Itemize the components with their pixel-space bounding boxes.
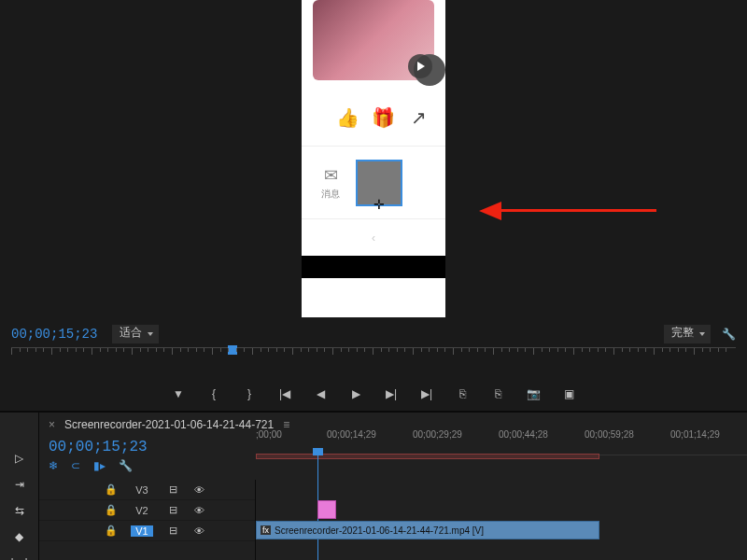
lock-icon[interactable]: 🔒	[105, 525, 118, 537]
preview-back-row: ‹	[302, 218, 445, 256]
timeline-panel: ▷ ⇥ ⇆ ◆ |↔| × Screenrecorder-2021-01-06-…	[0, 413, 747, 560]
mark-out-button[interactable]: }	[241, 385, 258, 402]
eye-icon[interactable]: 👁	[192, 525, 205, 537]
program-zoom-ruler[interactable]	[11, 347, 736, 362]
track-label[interactable]: V2	[131, 505, 153, 516]
gift-icon: 🎁	[371, 105, 395, 130]
program-controls-row: 00;00;15;23 适合 完整 🔧	[0, 323, 747, 345]
step-forward-button[interactable]: ▶|	[383, 385, 400, 402]
sequence-name: Screenrecorder-2021-01-06-14-21-44-721	[64, 418, 274, 431]
razor-tool-icon[interactable]: ◆	[10, 530, 29, 543]
lock-icon[interactable]: 🔒	[105, 483, 118, 496]
chevron-left-icon: ‹	[372, 231, 375, 245]
ruler-tick: ;00;00	[256, 429, 282, 440]
settings-icon[interactable]: 🔧	[722, 328, 736, 341]
toggle-output-icon[interactable]: ⊟	[166, 525, 179, 537]
settings-wrench-icon[interactable]: 🔧	[119, 459, 133, 472]
program-monitor: 👍 🎁 ↗ ✉ 消息 ✛ ‹	[0, 0, 747, 331]
toggle-output-icon[interactable]: ⊟	[166, 504, 179, 516]
lock-icon[interactable]: 🔒	[105, 504, 118, 516]
ruler-tick: 00;00;29;29	[413, 429, 462, 440]
ruler-tick: 00;00;59;28	[585, 429, 634, 440]
transport-controls: ▼ { } |◀ ◀ ▶ ▶| ▶| ⎘ ⎘ 📷 ▣	[0, 381, 747, 407]
clip-mosaic[interactable]	[317, 500, 336, 519]
ruler-tick: 00;01;14;29	[670, 429, 720, 440]
clip-label: Screenrecorder-2021-01-06-14-21-44-721.m…	[275, 525, 484, 536]
goto-in-button[interactable]: |◀	[276, 385, 293, 402]
timeline-clips-area[interactable]: ;00;00 00;00;14;29 00;00;29;29 00;00;44;…	[256, 480, 747, 560]
snap-icon[interactable]: ❄	[49, 459, 58, 472]
preview-icon-row: 👍 🎁 ↗	[302, 90, 445, 146]
eye-icon[interactable]: 👁	[192, 484, 205, 496]
fx-badge: fx	[261, 525, 271, 535]
eye-icon[interactable]: 👁	[192, 505, 205, 516]
track-label[interactable]: V1	[131, 525, 153, 537]
track-label[interactable]: V3	[131, 484, 153, 496]
ruler-tick: 00;00;14;29	[327, 429, 376, 440]
track-v1-header[interactable]: 🔒 V1 ⊟ 👁	[39, 521, 255, 541]
ruler-tick: 00;00;44;28	[499, 429, 548, 440]
share-icon: ↗	[406, 105, 430, 130]
program-timecode[interactable]: 00;00;15;23	[11, 327, 97, 342]
toggle-output-icon[interactable]: ⊟	[166, 483, 179, 496]
extract-button[interactable]: ⎘	[489, 385, 506, 402]
timeline-timecode[interactable]: 00;00;15;23	[49, 439, 148, 455]
lift-button[interactable]: ⎘	[454, 385, 471, 402]
goto-out-button[interactable]: ▶|	[418, 385, 435, 402]
clip-video-main[interactable]: fx Screenrecorder-2021-01-06-14-21-44-72…	[256, 521, 599, 539]
timeline-options: ❄ ⊂ ▮▸ 🔧	[49, 459, 133, 472]
selection-tool-icon[interactable]: ▷	[10, 452, 29, 465]
preview-tab-label: 消息	[321, 189, 340, 199]
track-headers: 🔒 V3 ⊟ 👁 🔒 V2 ⊟ 👁 🔒 V1 ⊟ 👁	[39, 480, 256, 560]
button-editor-button[interactable]: ▣	[560, 385, 577, 402]
zoom-fit-dropdown[interactable]: 适合	[112, 325, 159, 343]
annotation-arrow	[479, 202, 656, 220]
mosaic-effect-box[interactable]: ✛	[356, 160, 402, 206]
ripple-tool-icon[interactable]: ⇆	[10, 504, 29, 517]
close-tab-icon[interactable]: ×	[49, 418, 55, 431]
sequence-tab[interactable]: × Screenrecorder-2021-01-06-14-21-44-721…	[49, 418, 289, 431]
track-v2-header[interactable]: 🔒 V2 ⊟ 👁	[39, 500, 255, 521]
play-button[interactable]: ▶	[347, 385, 364, 402]
time-ruler[interactable]: ;00;00 00;00;14;29 00;00;29;29 00;00;44;…	[256, 427, 747, 455]
letterbox-bar	[302, 256, 445, 278]
mark-in-button[interactable]: {	[205, 385, 222, 402]
envelope-icon: ✉	[309, 165, 352, 186]
preview-frame: 👍 🎁 ↗ ✉ 消息 ✛ ‹	[302, 0, 445, 317]
thumbs-up-icon: 👍	[335, 105, 359, 130]
track-select-tool-icon[interactable]: ⇥	[10, 478, 29, 491]
add-marker-button[interactable]: ▼	[170, 385, 187, 402]
preview-tab-message: ✉ 消息	[309, 165, 352, 201]
play-icon	[408, 54, 432, 78]
export-frame-button[interactable]: 📷	[525, 385, 542, 402]
quality-dropdown[interactable]: 完整	[664, 325, 711, 343]
work-area-bar[interactable]	[256, 454, 599, 459]
slip-tool-icon[interactable]: |↔|	[10, 556, 29, 560]
step-back-button[interactable]: ◀	[312, 385, 329, 402]
linked-selection-icon[interactable]: ⊂	[71, 459, 80, 472]
crosshair-icon: ✛	[374, 197, 385, 212]
marker-icon[interactable]: ▮▸	[93, 459, 106, 472]
tool-palette: ▷ ⇥ ⇆ ◆ |↔|	[0, 413, 39, 560]
track-v3-header[interactable]: 🔒 V3 ⊟ 👁	[39, 480, 255, 500]
